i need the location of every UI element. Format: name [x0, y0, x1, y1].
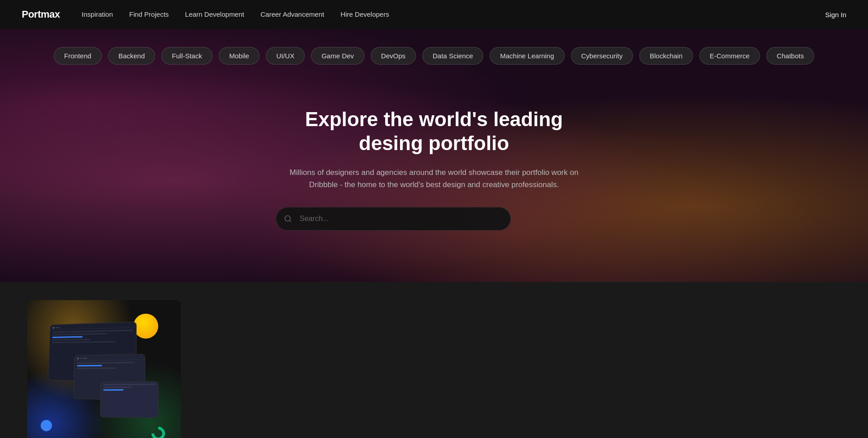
- category-pill-e-commerce[interactable]: E-Commerce: [699, 47, 760, 65]
- categories-row: FrontendBackendFull-StackMobileUI/UXGame…: [0, 47, 868, 65]
- green-arc-decoration: [149, 424, 168, 438]
- category-pill-chatbots[interactable]: Chatbots: [766, 47, 814, 65]
- navbar: Portmax InspirationFind ProjectsLearn De…: [0, 0, 868, 29]
- nav-link-inspiration[interactable]: Inspiration: [82, 10, 113, 18]
- device-line: [52, 333, 108, 336]
- hero-title: Explore the world's leading desing portf…: [276, 108, 592, 155]
- device-line: [77, 367, 115, 369]
- sign-in-button[interactable]: Sign In: [825, 11, 846, 19]
- device-line-accent: [104, 389, 124, 391]
- device-content-1: [50, 328, 136, 345]
- nav-links: InspirationFind ProjectsLearn Developmen…: [82, 10, 389, 19]
- category-pill-blockchain[interactable]: Blockchain: [639, 47, 693, 65]
- category-pill-data-science[interactable]: Data Science: [422, 47, 483, 65]
- nav-link-find-projects[interactable]: Find Projects: [129, 10, 169, 18]
- category-pill-game-dev[interactable]: Game Dev: [311, 47, 364, 65]
- portfolio-card-inner: Cloud Pro: [27, 300, 181, 438]
- blue-circle-decoration: [41, 420, 52, 431]
- search-bar-wrapper: [276, 207, 511, 231]
- device-line: [52, 341, 116, 343]
- device-content-2: [75, 360, 145, 371]
- category-pill-mobile[interactable]: Mobile: [219, 47, 259, 65]
- device-content-3: [101, 381, 158, 392]
- category-pill-full-stack[interactable]: Full-Stack: [161, 47, 212, 65]
- navbar-left: Portmax InspirationFind ProjectsLearn De…: [22, 9, 389, 20]
- hero-subtitle: Millions of designers and agencies aroun…: [276, 166, 592, 191]
- device-line: [104, 384, 156, 386]
- device-dot: [52, 327, 54, 329]
- portfolio-card[interactable]: Cloud Pro: [27, 300, 181, 438]
- device-mockup-3: [100, 381, 158, 418]
- device-dot: [77, 358, 79, 359]
- device-line: [77, 362, 135, 363]
- hero-section: FrontendBackendFull-StackMobileUI/UXGame…: [0, 29, 868, 282]
- search-icon: [284, 215, 292, 223]
- category-pill-ui-ux[interactable]: UI/UX: [266, 47, 305, 65]
- card-ui: Cloud Pro: [27, 300, 181, 438]
- device-line: [52, 339, 90, 340]
- category-pill-machine-learning[interactable]: Machine Learning: [490, 47, 564, 65]
- yellow-circle-decoration: [133, 314, 158, 339]
- hero-content: Explore the world's leading desing portf…: [276, 108, 592, 231]
- nav-link-hire-developers[interactable]: Hire Developers: [340, 10, 389, 18]
- device-stack: Cloud Pro: [36, 309, 172, 438]
- device-line-accent: [52, 336, 83, 338]
- device-line: [52, 330, 133, 333]
- category-pill-cybersecurity[interactable]: Cybersecurity: [571, 47, 633, 65]
- svg-point-0: [285, 216, 290, 221]
- nav-link-learn-development[interactable]: Learn Development: [185, 10, 244, 18]
- category-pill-devops[interactable]: DevOps: [371, 47, 416, 65]
- below-hero-section: Cloud Pro: [0, 282, 868, 438]
- category-pill-backend[interactable]: Backend: [108, 47, 155, 65]
- device-line: [104, 386, 132, 388]
- category-pill-frontend[interactable]: Frontend: [54, 47, 102, 65]
- logo: Portmax: [22, 9, 60, 20]
- nav-link-career-advancement[interactable]: Career Advancement: [260, 10, 324, 18]
- search-input[interactable]: [276, 207, 511, 231]
- device-line-accent: [77, 365, 102, 366]
